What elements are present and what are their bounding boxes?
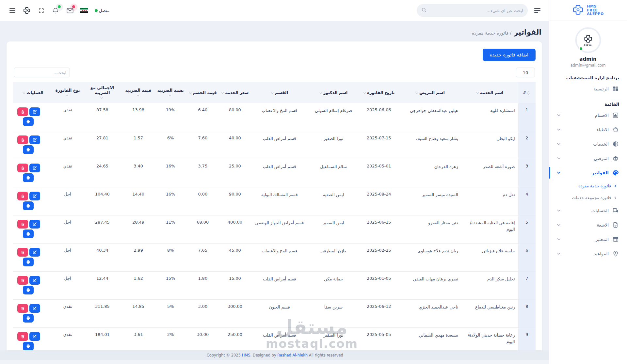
list-lines-icon[interactable] [534, 7, 541, 14]
footer-hms-link[interactable]: HMS [242, 353, 250, 357]
chevron-down-icon [557, 224, 561, 226]
sidebar-item-accounts[interactable]: الحسابات [557, 203, 619, 218]
content-area: الفواتير / فاتورة خدمة مفردة اضافة فاتور… [0, 21, 549, 350]
cell-discount: 68.00 [186, 215, 219, 244]
column-label: قيمة الضريبة [125, 88, 152, 93]
column-header-11[interactable]: نوع الفاتورة [53, 82, 83, 103]
delete-button[interactable] [17, 304, 28, 313]
program-header: برنامج ادارة المستشفيات [557, 75, 619, 80]
column-header-10[interactable]: الاجمالي مع الضريبة [82, 82, 122, 103]
invoice-row: 2إيكو البطنبشار سعيد وضاح السيف2025-07-1… [13, 131, 536, 159]
edit-button[interactable] [29, 248, 40, 257]
cell-doctor: مازن المطرفي [308, 244, 359, 272]
edit-button[interactable] [29, 135, 40, 144]
delete-button[interactable] [17, 220, 28, 229]
prevo-logo-icon[interactable] [23, 7, 31, 14]
delete-button[interactable] [17, 107, 28, 116]
edit-button[interactable] [29, 192, 40, 200]
sidebar-item-doctors[interactable]: الاطباء [557, 122, 619, 137]
sidebar-item-home[interactable]: الرئيسية [557, 82, 619, 96]
column-header-5[interactable]: القسم [251, 82, 308, 103]
edit-button[interactable] [29, 220, 40, 229]
chevron-down-icon [557, 157, 561, 160]
printer-icon [26, 316, 30, 320]
delete-button[interactable] [17, 192, 28, 200]
print-button[interactable] [23, 201, 34, 210]
delete-button[interactable] [17, 135, 28, 144]
sidebar-item-patients[interactable]: المرضي [557, 151, 619, 166]
column-header-12[interactable]: العمليات [13, 82, 53, 103]
avatar[interactable]: PREVO [575, 27, 601, 53]
print-button[interactable] [23, 286, 34, 294]
cell-type: نقدي [53, 328, 83, 351]
fullscreen-icon[interactable] [37, 7, 45, 14]
row-operations [15, 164, 51, 182]
invoice-row: 7تحليل سكر الدمنصري برهان مهاب الفيفي202… [13, 272, 536, 300]
print-button[interactable] [23, 117, 34, 126]
cell-doctor: جمانة مكي [308, 272, 359, 300]
print-button[interactable] [23, 145, 34, 154]
edit-button[interactable] [29, 107, 40, 116]
mail-icon[interactable] [66, 7, 74, 14]
chevron-down-icon [557, 209, 561, 212]
cell-type: اجل [53, 215, 83, 244]
cell-num: 4 [518, 187, 536, 215]
edit-button[interactable] [29, 164, 40, 172]
chevron-down-icon [557, 171, 561, 174]
column-header-4[interactable]: اسم الدكتور [308, 82, 359, 103]
print-button[interactable] [23, 342, 34, 350]
edit-button[interactable] [29, 276, 40, 285]
column-header-0[interactable]: # [518, 82, 536, 103]
footer-designer-link[interactable]: Rashad Al-hiekh [277, 353, 308, 357]
column-header-8[interactable]: نسبة الضريبة [154, 82, 187, 103]
print-button[interactable] [23, 173, 34, 182]
column-header-3[interactable]: تاريخ الفاتورة [359, 82, 399, 103]
sidebar-item-laboratory[interactable]: المختبر [557, 232, 619, 246]
sidebar-subitem-service-group-invoice[interactable]: فاتورة مجموعة خدمات [557, 192, 619, 203]
delete-button[interactable] [17, 164, 28, 172]
column-header-6[interactable]: سعر الخدمة [219, 82, 251, 103]
brand-logo[interactable]: HMS FREE ALEPPO [549, 0, 627, 21]
printer-icon [26, 204, 30, 208]
sidebar-item-departments[interactable]: الاقسام [557, 108, 619, 122]
column-header-1[interactable]: اسم الخدمة [461, 82, 518, 103]
pencil-square-icon [33, 222, 37, 226]
sidebar-item-label: الاقسام [595, 113, 609, 118]
print-button[interactable] [23, 314, 34, 323]
palette-icon [612, 169, 619, 176]
cell-tax_value: 14.85 [122, 300, 154, 328]
column-header-9[interactable]: قيمة الضريبة [122, 82, 154, 103]
cell-price: 400.00 [219, 215, 251, 244]
sidebar-subitem-label: فاتورة خدمة مفردة [578, 183, 611, 188]
delete-button[interactable] [17, 276, 28, 285]
sidebar-item-services[interactable]: الخدمات [557, 137, 619, 151]
sidebar-item-invoices[interactable]: الفواتير [557, 166, 619, 180]
invoice-row: 9رعاية حضانة حديثي الولادة/ اليوممسعدة م… [13, 328, 536, 351]
cell-num: 8 [518, 300, 536, 328]
page-length-select[interactable]: 10 [516, 68, 535, 77]
cell-doctor: نورا الصقير [308, 328, 359, 351]
add-invoice-button[interactable]: اضافة فاتورة جديدة [483, 49, 536, 61]
online-dot-icon [95, 9, 98, 12]
global-search-input[interactable] [430, 8, 523, 13]
edit-button[interactable] [29, 304, 40, 313]
column-header-2[interactable]: اسم المريض [399, 82, 461, 103]
edit-button[interactable] [29, 332, 40, 341]
sidebar-item-radiology[interactable]: الاشعة [557, 218, 619, 232]
sidebar-item-appointments[interactable]: المواعيد [557, 246, 619, 261]
print-button[interactable] [23, 258, 34, 266]
delete-button[interactable] [17, 248, 28, 257]
sidebar-subitem-label: فاتورة مجموعة خدمات [572, 195, 611, 200]
delete-button[interactable] [17, 332, 28, 341]
column-header-7[interactable]: قيمة الخصم [186, 82, 219, 103]
sidebar-subitem-single-service-invoice[interactable]: فاتورة خدمة مفردة [557, 180, 619, 192]
half-disc-icon [612, 140, 619, 148]
hamburger-menu-icon[interactable] [8, 7, 16, 14]
table-search-input[interactable] [14, 68, 70, 77]
cell-date: 2025-01-05 [359, 272, 399, 300]
print-button[interactable] [23, 229, 34, 238]
column-label: نوع الفاتورة [56, 88, 80, 93]
sidebar-item-label: المختبر [596, 237, 609, 242]
bell-icon[interactable] [52, 7, 59, 14]
syria-flag-icon[interactable] [80, 7, 88, 14]
